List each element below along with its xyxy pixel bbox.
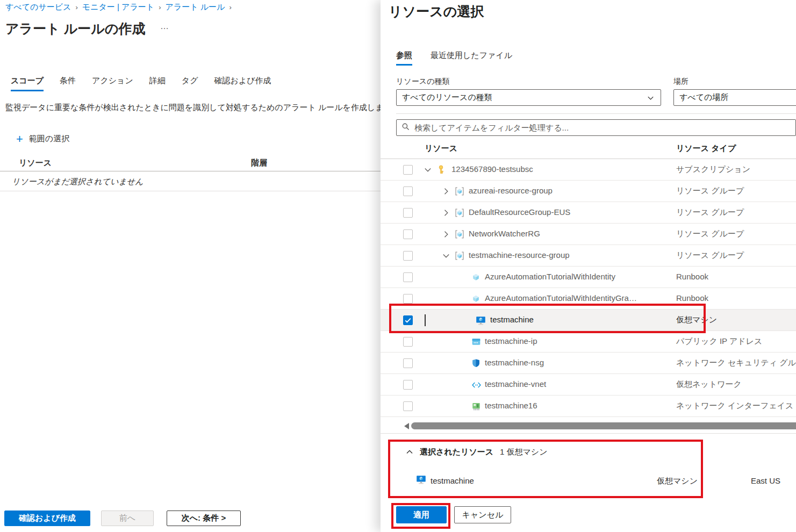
col-resource-type: リソース タイプ xyxy=(676,143,736,154)
resource-name: testmachine xyxy=(490,315,534,324)
resource-type: リソース グループ xyxy=(676,250,744,261)
resource-row[interactable]: NetworkWatcherRGリソース グループ xyxy=(381,224,796,245)
resource-group-icon xyxy=(455,229,464,239)
horizontal-scrollbar[interactable] xyxy=(381,422,796,430)
resource-table-header: リソース リソース タイプ xyxy=(381,139,796,159)
resource-row[interactable]: DefaultResourceGroup-EUSリソース グループ xyxy=(381,202,796,224)
review-create-button[interactable]: 確認および作成 xyxy=(4,511,90,526)
resource-type-dropdown[interactable]: すべてのリソースの種類 xyxy=(396,89,661,106)
apply-button[interactable]: 適用 xyxy=(396,506,447,523)
tab-tags[interactable]: タグ xyxy=(182,76,198,91)
scrollbar-thumb[interactable] xyxy=(411,422,796,429)
breadcrumb-all-services[interactable]: すべてのサービス xyxy=(5,2,71,11)
search-input[interactable] xyxy=(414,123,791,132)
resource-name: testmachine-nsg xyxy=(485,358,544,367)
search-icon xyxy=(401,123,410,133)
resource-name: 1234567890-testsubsc xyxy=(451,164,533,174)
resource-row[interactable]: testmachine-resource-groupリソース グループ xyxy=(381,245,796,267)
resource-search[interactable] xyxy=(396,119,796,136)
resource-group-icon xyxy=(455,208,464,218)
resource-type: 仮想マシン xyxy=(676,315,717,325)
resource-row[interactable]: testmachine仮想マシン xyxy=(381,310,796,331)
select-scope-button[interactable]: + 範囲の選択 xyxy=(16,134,69,144)
resource-type: リソース グループ xyxy=(676,186,744,196)
resource-row[interactable]: testmachine16ネットワーク インターフェイス xyxy=(381,396,796,417)
resource-group-icon xyxy=(455,186,464,196)
resource-type: ネットワーク インターフェイス xyxy=(676,401,793,411)
row-checkbox[interactable] xyxy=(403,358,413,368)
tab-actions[interactable]: アクション xyxy=(92,76,133,91)
resource-name: azureai-resource-group xyxy=(469,186,553,195)
filter-divider xyxy=(396,113,796,114)
resource-name: AzureAutomationTutorialWithIdentityGra… xyxy=(485,293,637,303)
scope-col-resource: リソース xyxy=(19,158,52,168)
resource-row[interactable]: azureai-resource-groupリソース グループ xyxy=(381,181,796,202)
row-checkbox[interactable] xyxy=(403,251,413,261)
expand-chevron-icon[interactable] xyxy=(442,209,450,217)
row-checkbox[interactable] xyxy=(403,401,413,411)
tab-details[interactable]: 詳細 xyxy=(149,76,166,91)
resource-row[interactable]: testmachine-nsgネットワーク セキュリティ グループ xyxy=(381,353,796,374)
collapse-section-chevron-icon[interactable] xyxy=(405,448,414,456)
resource-name: AzureAutomationTutorialWithIdentity xyxy=(485,272,615,281)
resource-name: testmachine16 xyxy=(485,401,537,410)
row-checkbox[interactable] xyxy=(403,294,413,304)
expand-chevron-icon[interactable] xyxy=(442,187,450,196)
tab-browse[interactable]: 参照 xyxy=(396,51,412,66)
row-checkbox[interactable] xyxy=(403,380,413,390)
next-condition-button[interactable]: 次へ: 条件 > xyxy=(167,511,241,526)
breadcrumb-monitor-alerts[interactable]: モニター | アラート xyxy=(82,2,154,11)
previous-button: 前へ xyxy=(101,511,154,526)
vnet-icon xyxy=(471,380,481,390)
tab-condition[interactable]: 条件 xyxy=(60,76,76,91)
tab-review-create[interactable]: 確認および作成 xyxy=(214,76,271,91)
wizard-footer: 確認および作成 前へ 次へ: 条件 > xyxy=(4,511,241,526)
resource-table-body: 1234567890-testsubscサブスクリプションazureai-res… xyxy=(381,159,796,417)
resource-name: testmachine-ip xyxy=(485,336,537,346)
select-scope-label: 範囲の選択 xyxy=(29,134,69,144)
runbook-icon xyxy=(471,294,481,304)
expand-chevron-icon[interactable] xyxy=(442,230,450,239)
resource-type: サブスクリプション xyxy=(676,164,750,175)
selected-item-location: East US xyxy=(751,476,780,485)
row-checkbox[interactable] xyxy=(403,229,413,239)
page-title: アラート ルールの作成 xyxy=(5,20,145,38)
breadcrumb-alert-rules[interactable]: アラート ルール xyxy=(166,2,225,11)
cancel-button[interactable]: キャンセル xyxy=(454,506,511,523)
tab-scope[interactable]: スコープ xyxy=(11,76,44,91)
breadcrumb: すべてのサービス›モニター | アラート›アラート ルール› xyxy=(5,2,236,12)
resource-type-value: すべてのリソースの種類 xyxy=(402,92,492,103)
selected-resources-label: 選択されたリソース xyxy=(420,447,493,457)
vm-icon xyxy=(476,315,485,325)
collapse-chevron-icon[interactable] xyxy=(424,166,432,174)
resource-row[interactable]: testmachine-vnet仮想ネットワーク xyxy=(381,374,796,396)
panel-footer: 適用 キャンセル xyxy=(396,506,511,523)
location-dropdown[interactable]: すべての場所 xyxy=(673,89,796,106)
resource-group-icon xyxy=(455,251,464,261)
row-checkbox[interactable] xyxy=(403,186,413,196)
tab-recent[interactable]: 最近使用したファイル xyxy=(431,51,512,66)
resource-row[interactable]: 1234567890-testsubscサブスクリプション xyxy=(381,159,796,181)
collapse-chevron-icon[interactable] xyxy=(442,251,450,260)
page-description: 監視データに重要な条件が検出されたときに問題を識別して対処するためのアラート ル… xyxy=(5,103,382,113)
scope-table-empty-row: リソースがまだ選択されていません xyxy=(0,172,381,191)
panel-title: リソースの選択 xyxy=(389,3,484,20)
row-checkbox[interactable] xyxy=(403,165,413,175)
row-checkbox[interactable] xyxy=(403,337,413,347)
breadcrumb-separator-icon: › xyxy=(159,3,161,11)
vm-icon xyxy=(416,475,427,485)
scroll-left-arrow-icon[interactable] xyxy=(404,423,409,429)
more-icon[interactable]: … xyxy=(160,21,170,31)
chevron-down-icon xyxy=(647,94,655,104)
resource-row[interactable]: AzureAutomationTutorialWithIdentityRunbo… xyxy=(381,267,796,288)
resource-type: パブリック IP アドレス xyxy=(676,336,762,347)
resource-row[interactable]: AzureAutomationTutorialWithIdentityGra…R… xyxy=(381,288,796,310)
row-checkbox-checked[interactable] xyxy=(403,315,413,325)
scope-table-header: リソース 階層 xyxy=(0,156,381,171)
resource-row[interactable]: testmachine-ipパブリック IP アドレス xyxy=(381,331,796,353)
resource-name: testmachine-resource-group xyxy=(469,250,570,260)
panel-tabs: 参照 最近使用したファイル xyxy=(396,51,512,66)
resource-name: NetworkWatcherRG xyxy=(469,229,540,238)
row-checkbox[interactable] xyxy=(403,208,413,218)
row-checkbox[interactable] xyxy=(403,272,413,282)
